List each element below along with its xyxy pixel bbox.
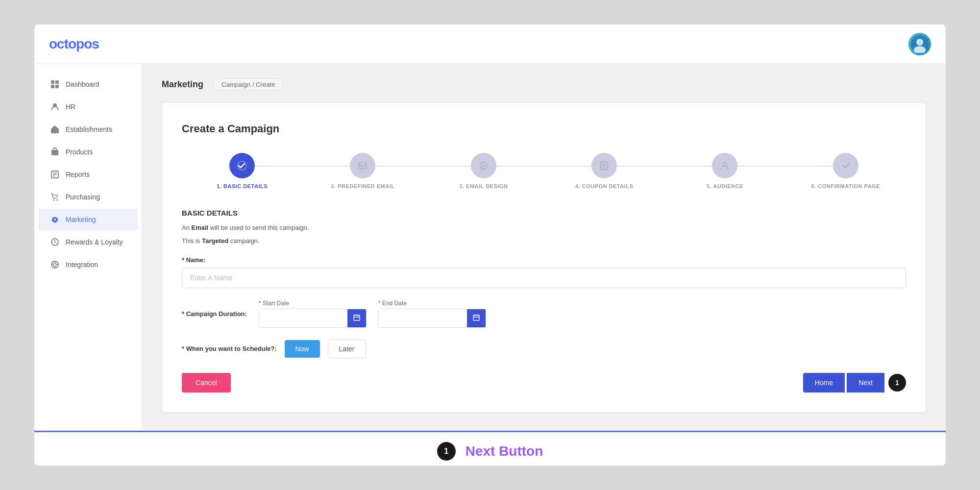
sidebar-item-establishments[interactable]: Establishments bbox=[38, 119, 138, 140]
svg-point-15 bbox=[53, 199, 55, 201]
purchasing-icon bbox=[50, 192, 60, 202]
hr-icon bbox=[50, 102, 60, 112]
sidebar-item-label: Marketing bbox=[66, 216, 96, 223]
end-date-label: * End Date bbox=[378, 300, 486, 307]
sidebar-item-label: Dashboard bbox=[66, 80, 99, 88]
step-1-circle bbox=[229, 153, 255, 178]
step-4-circle bbox=[591, 153, 617, 178]
step-6[interactable]: 6. CONFIRMATION PAGE bbox=[785, 153, 906, 189]
marketing-icon bbox=[50, 215, 60, 224]
start-date-calendar-btn[interactable] bbox=[347, 309, 366, 327]
next-badge: 1 bbox=[888, 374, 906, 392]
section-desc-2: This is Targeted campaign. bbox=[182, 236, 906, 246]
end-date-group: * End Date bbox=[378, 300, 486, 328]
sidebar-item-label: Products bbox=[66, 148, 93, 156]
step-6-label: 6. CONFIRMATION PAGE bbox=[811, 183, 880, 189]
page-title: Marketing bbox=[162, 79, 203, 90]
end-date-wrapper bbox=[378, 309, 486, 328]
rewards-icon bbox=[50, 237, 60, 247]
svg-rect-6 bbox=[55, 85, 59, 88]
svg-marker-9 bbox=[51, 125, 59, 129]
sidebar-item-purchasing[interactable]: Purchasing bbox=[38, 186, 138, 208]
sidebar-item-products[interactable]: Products bbox=[38, 141, 138, 163]
sidebar-item-dashboard[interactable]: Dashboard bbox=[38, 74, 138, 95]
duration-row: * Campaign Duration: * Start Date bbox=[182, 300, 906, 328]
step-6-circle bbox=[833, 153, 858, 178]
section-title: BASIC DETAILS bbox=[182, 209, 906, 217]
home-button[interactable]: Home bbox=[803, 373, 845, 392]
step-4[interactable]: 4. COUPON DETAILS bbox=[544, 153, 664, 189]
svg-point-17 bbox=[54, 219, 56, 220]
section-desc-1: An Email will be used to send this campa… bbox=[182, 223, 906, 233]
svg-point-20 bbox=[53, 263, 56, 266]
svg-point-1 bbox=[916, 39, 923, 46]
svg-rect-10 bbox=[51, 150, 58, 155]
sidebar-item-label: Purchasing bbox=[66, 193, 100, 201]
step-1[interactable]: 1. BASIC DETAILS bbox=[182, 153, 302, 189]
sidebar-item-label: Rewards & Loyalty bbox=[66, 238, 123, 246]
step-3-circle bbox=[471, 153, 496, 178]
establishments-icon bbox=[50, 124, 60, 134]
dashboard-icon bbox=[50, 79, 60, 89]
card-title: Create a Campaign bbox=[182, 122, 906, 135]
step-5-circle bbox=[712, 153, 737, 178]
schedule-row: * When you want to Schedule?: Now Later bbox=[182, 340, 906, 358]
sidebar-item-label: Reports bbox=[66, 171, 90, 178]
sidebar-item-reports[interactable]: Reports bbox=[38, 164, 138, 185]
step-3-label: 3. EMAIL DESIGN bbox=[459, 183, 508, 189]
name-input[interactable] bbox=[182, 268, 906, 288]
sidebar: Dashboard HR bbox=[34, 64, 142, 431]
svg-rect-37 bbox=[473, 315, 479, 320]
annotation-badge: 1 bbox=[437, 442, 456, 461]
step-2[interactable]: 2. PREDEFINED EMAIL bbox=[302, 153, 423, 189]
name-form-group: * Name: bbox=[182, 256, 906, 288]
step-3[interactable]: 3. EMAIL DESIGN bbox=[423, 153, 544, 189]
duration-label: * Campaign Duration: bbox=[182, 310, 247, 318]
next-button[interactable]: Next bbox=[847, 373, 884, 392]
integration-icon bbox=[50, 260, 60, 270]
svg-rect-33 bbox=[354, 315, 360, 320]
svg-point-16 bbox=[57, 199, 58, 201]
svg-rect-5 bbox=[51, 85, 54, 88]
svg-rect-26 bbox=[359, 163, 367, 169]
top-bar: octopos bbox=[34, 24, 946, 64]
schedule-now-button[interactable]: Now bbox=[285, 340, 320, 358]
app-logo: octopos bbox=[49, 36, 99, 52]
end-date-calendar-btn[interactable] bbox=[467, 309, 486, 327]
sidebar-item-integration[interactable]: Integration bbox=[38, 254, 138, 275]
end-date-input[interactable] bbox=[379, 310, 467, 327]
products-icon bbox=[50, 147, 60, 157]
sidebar-item-marketing[interactable]: Marketing bbox=[38, 209, 138, 230]
content-area: Marketing Campaign / Create Create a Cam… bbox=[142, 64, 946, 431]
step-2-circle bbox=[350, 153, 375, 178]
breadcrumb: Campaign / Create bbox=[213, 78, 283, 91]
svg-rect-8 bbox=[51, 129, 59, 133]
btn-group-right: Home Next 1 bbox=[803, 373, 906, 392]
breadcrumb-area: Marketing Campaign / Create bbox=[162, 78, 926, 91]
app-container: octopos Dashbo bbox=[34, 24, 946, 466]
bottom-annotation: 1 Next Button bbox=[34, 431, 946, 466]
reports-icon bbox=[50, 170, 60, 179]
sidebar-item-hr[interactable]: HR bbox=[38, 96, 138, 118]
campaign-card: Create a Campaign 1. BASIC DETAILS bbox=[162, 102, 926, 413]
svg-rect-4 bbox=[55, 80, 59, 84]
user-avatar[interactable] bbox=[908, 33, 931, 55]
schedule-later-button[interactable]: Later bbox=[328, 340, 366, 358]
step-5-label: 5. AUDIENCE bbox=[707, 183, 743, 189]
start-date-label: * Start Date bbox=[259, 300, 367, 307]
start-date-input[interactable] bbox=[259, 310, 347, 327]
cancel-button[interactable]: Cancel bbox=[182, 373, 231, 392]
step-5[interactable]: 5. AUDIENCE bbox=[664, 153, 785, 189]
sidebar-item-label: HR bbox=[66, 103, 75, 111]
name-label: * Name: bbox=[182, 256, 906, 264]
step-2-label: 2. PREDEFINED EMAIL bbox=[331, 183, 395, 189]
main-layout: Dashboard HR bbox=[34, 64, 946, 431]
annotation-text: Next Button bbox=[466, 443, 543, 459]
schedule-label: * When you want to Schedule?: bbox=[182, 345, 277, 352]
action-row: Cancel Home Next 1 bbox=[182, 373, 906, 392]
svg-rect-3 bbox=[51, 80, 54, 84]
sidebar-item-label: Establishments bbox=[66, 125, 112, 133]
sidebar-item-rewards[interactable]: Rewards & Loyalty bbox=[38, 231, 138, 253]
steps-container: 1. BASIC DETAILS 2. PREDEFINED EMAIL bbox=[182, 153, 906, 189]
start-date-wrapper bbox=[259, 309, 367, 328]
